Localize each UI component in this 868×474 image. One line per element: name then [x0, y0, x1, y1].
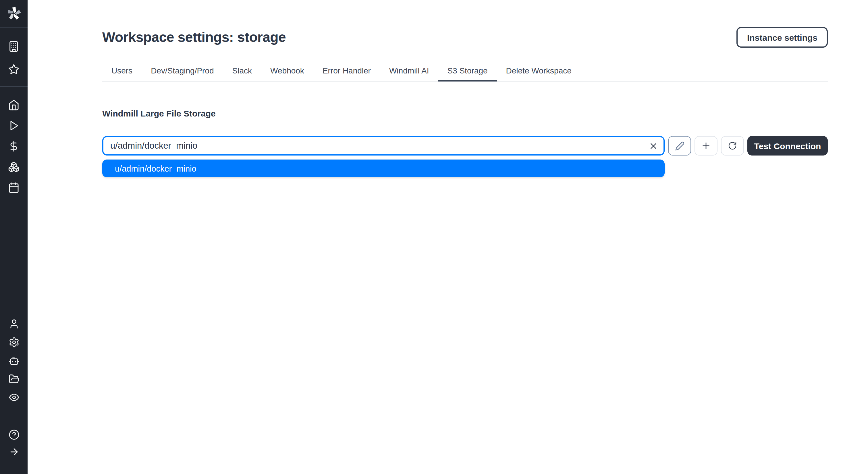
- sidebar-item-home[interactable]: [0, 95, 28, 115]
- tab-users[interactable]: Users: [102, 61, 142, 81]
- user-icon: [8, 318, 19, 329]
- sidebar-workspace-group: [0, 28, 28, 86]
- test-connection-button[interactable]: Test Connection: [747, 136, 828, 156]
- folder-open-icon: [8, 373, 19, 384]
- home-icon: [8, 99, 20, 111]
- boxes-icon: [8, 161, 20, 173]
- tab-windmill-ai[interactable]: Windmill AI: [380, 61, 438, 81]
- resource-input[interactable]: [103, 137, 643, 155]
- eye-icon: [8, 392, 19, 403]
- help-circle-icon: [8, 429, 19, 440]
- dropdown-option-selected[interactable]: u/admin/docker_minio: [102, 160, 664, 177]
- windmill-logo[interactable]: [0, 0, 28, 28]
- arrow-right-icon: [8, 446, 19, 457]
- tab-s3-storage[interactable]: S3 Storage: [438, 61, 497, 81]
- clear-button[interactable]: [643, 137, 663, 155]
- page-header: Workspace settings: storage Instance set…: [102, 27, 828, 47]
- add-resource-button[interactable]: [694, 136, 717, 156]
- tab-webhook[interactable]: Webhook: [261, 61, 313, 81]
- plus-icon: [701, 141, 711, 151]
- building-icon: [8, 41, 20, 52]
- settings-tabs: Users Dev/Staging/Prod Slack Webhook Err…: [102, 61, 828, 82]
- tab-error-handler[interactable]: Error Handler: [313, 61, 380, 81]
- sidebar-item-variables[interactable]: [0, 136, 28, 157]
- sidebar-item-resources[interactable]: [0, 157, 28, 177]
- sidebar-item-users[interactable]: [0, 314, 28, 333]
- sidebar-item-runs[interactable]: [0, 115, 28, 136]
- resource-input-wrap: [102, 136, 664, 156]
- gear-icon: [8, 337, 19, 347]
- sidebar-item-favorites[interactable]: [0, 58, 28, 81]
- instance-settings-button[interactable]: Instance settings: [737, 27, 828, 47]
- sidebar-item-workspace[interactable]: [0, 35, 28, 58]
- tab-delete-workspace[interactable]: Delete Workspace: [497, 61, 581, 81]
- sidebar-footer-group: [0, 426, 28, 460]
- sidebar: [0, 0, 28, 474]
- bot-icon: [8, 355, 19, 366]
- dollar-sign-icon: [8, 141, 20, 152]
- star-icon: [8, 64, 20, 75]
- page-title: Workspace settings: storage: [102, 29, 286, 45]
- play-icon: [8, 120, 20, 131]
- edit-resource-button[interactable]: [668, 136, 691, 156]
- tab-slack[interactable]: Slack: [223, 61, 261, 81]
- sidebar-item-audit-logs[interactable]: [0, 388, 28, 406]
- sidebar-item-settings[interactable]: [0, 333, 28, 351]
- refresh-button[interactable]: [721, 136, 744, 156]
- sidebar-admin-group: [0, 314, 28, 406]
- rotate-cw-icon: [728, 141, 737, 150]
- sidebar-item-expand[interactable]: [0, 443, 28, 460]
- sidebar-item-help[interactable]: [0, 426, 28, 443]
- resource-picker-row: Test Connection: [102, 136, 828, 156]
- calendar-icon: [8, 182, 20, 193]
- resource-dropdown: u/admin/docker_minio: [102, 160, 664, 177]
- x-icon: [648, 141, 658, 150]
- main-content: Workspace settings: storage Instance set…: [28, 0, 868, 474]
- pencil-icon: [675, 141, 684, 150]
- sidebar-main-group: [0, 87, 28, 198]
- section-title-large-file-storage: Windmill Large File Storage: [102, 108, 828, 118]
- tab-dev-staging-prod[interactable]: Dev/Staging/Prod: [142, 61, 223, 81]
- sidebar-item-workers[interactable]: [0, 351, 28, 370]
- sidebar-item-schedules[interactable]: [0, 177, 28, 198]
- sidebar-item-folders[interactable]: [0, 370, 28, 388]
- app-window: Workspace settings: storage Instance set…: [0, 0, 868, 474]
- windmill-pinwheel-icon: [6, 6, 22, 21]
